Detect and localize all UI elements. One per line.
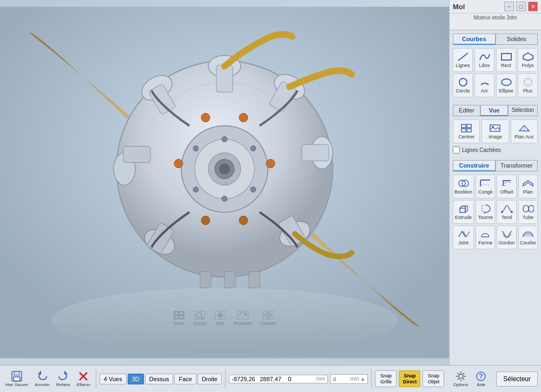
tab-transformer[interactable]: Transformer [496,160,538,171]
svg-rect-63 [461,129,466,132]
image-icon [489,123,502,134]
svg-rect-45 [180,316,183,318]
tab-selection[interactable]: Sélection [508,105,538,116]
viewport-icons: Zone Zoom Mvt [174,311,275,326]
svg-line-54 [458,53,468,61]
ferme-icon [479,229,492,240]
view-face[interactable]: Face [174,374,196,384]
input-delta-icon: ▲ [360,376,366,382]
zone-icon[interactable]: Zone [174,311,185,326]
svg-rect-39 [249,272,260,288]
svg-point-32 [239,114,248,122]
tube-icon [522,203,535,214]
command-input[interactable] [333,376,349,382]
tool-ellipse[interactable]: Ellipse [496,74,516,97]
svg-point-36 [201,216,210,225]
curves-tool-grid: Lignes Libre Rect [453,48,538,97]
save-button[interactable]: Hier Sauver [3,369,30,388]
tool-lignes[interactable]: Lignes [453,48,473,72]
tool-offset[interactable]: Offset [497,175,516,198]
tool-joint[interactable]: Joint [453,225,474,249]
tab-editer[interactable]: Editer [453,105,480,116]
tool-rect[interactable]: Rect [496,48,516,72]
divider-3 [371,369,372,389]
libre-icon [478,51,491,62]
coord-unit: mm [316,376,325,382]
tool-centrer[interactable]: Centrer [453,119,480,143]
svg-text:...: ... [525,79,530,85]
lignes-icon [457,51,470,62]
options-button[interactable]: Options [451,369,471,388]
svg-point-58 [502,79,511,85]
tool-arc[interactable]: Arc [474,74,494,97]
snap-direct-button[interactable]: Snap Direct [399,370,420,388]
tab-courbes[interactable]: Courbes [453,34,496,45]
cercle-icon [457,77,470,88]
svg-point-31 [201,114,210,122]
svg-rect-70 [460,208,465,212]
tab-vue[interactable]: Vue [480,105,508,116]
tool-plan[interactable]: Plan [518,175,538,198]
svg-rect-38 [225,272,235,288]
tab-construire[interactable]: Construire [453,160,496,171]
aide-icon: ? [474,370,487,382]
statusbar: Hier Sauver Annuler Refaire Effacer 4 [0,365,541,392]
redo-icon [57,370,70,382]
tool-gordon[interactable]: Gordon [497,225,516,249]
tool-ferme[interactable]: Ferme [476,225,495,249]
polys-icon [522,51,535,62]
aide-button[interactable]: ? Aide [472,369,490,388]
tourne-icon [479,203,492,214]
maximize-button[interactable]: □ [516,2,526,11]
svg-rect-80 [15,378,18,380]
offset-icon [500,178,513,189]
delete-button[interactable]: Effacer [75,369,93,388]
minimize-button[interactable]: − [504,2,514,11]
plan-aux-icon [518,123,531,134]
svg-point-46 [196,313,202,318]
tool-tend[interactable]: Tend [497,200,516,224]
snap-objet-button[interactable]: Snap Objet [423,370,444,388]
courbe-icon [522,229,535,240]
build-transform-tabs: Construire Transformer [453,160,538,171]
file-name: Moteur-etoile.3dm [450,14,541,22]
tool-plan-aux[interactable]: Plan Aux [511,119,538,143]
tool-polys[interactable]: Polys [518,48,538,72]
save-icon [10,370,23,382]
view-3d[interactable]: 3D [128,374,144,384]
view-4vues[interactable]: 4 Vues [100,374,127,384]
tab-solides[interactable]: Solides [496,34,538,45]
rotation-icon[interactable]: Rotation [234,311,252,326]
coord-y: 2887,47 [260,376,287,382]
redo-button[interactable]: Refaire [54,369,72,388]
mvt-icon[interactable]: Mvt [214,311,225,326]
close-button[interactable]: ✕ [528,2,538,11]
tool-extrude[interactable]: Extrude [453,200,474,224]
svg-rect-78 [14,371,19,375]
tool-tourne[interactable]: Tourne [476,200,495,224]
view-droite[interactable]: Droite [197,374,222,384]
lignes-cachees-checkbox[interactable] [453,147,460,154]
tool-tube[interactable]: Tube [518,200,538,224]
right-panel: Courbes Solides Lignes [449,0,541,365]
svg-point-34 [174,160,183,168]
undo-icon [36,370,49,382]
plus-curves-icon: ... [522,77,535,88]
view-dessus[interactable]: Dessus [145,374,174,384]
tool-booleen[interactable]: Booléen [453,175,474,198]
svg-point-83 [459,374,463,378]
svg-rect-61 [461,124,466,128]
undo-button[interactable]: Annuler [32,369,52,388]
zoom-icon[interactable]: Zoom [193,311,206,326]
tool-image[interactable]: Image [481,119,509,143]
tool-plus-curves[interactable]: ... Plus [518,74,538,97]
rect-icon [500,51,513,62]
centre-icon[interactable]: Centre [261,311,275,326]
tool-courbe[interactable]: Courbe [518,225,538,249]
tool-libre[interactable]: Libre [474,48,494,72]
snap-grille-button[interactable]: Snap Grille [375,370,397,388]
tool-conge[interactable]: Congé [476,175,495,198]
tool-cercle[interactable]: Cercle [453,74,473,97]
selecteur-button[interactable]: Sélecteur [496,371,538,387]
vue-tool-grid: Centrer Image Plan Aux [453,119,538,143]
